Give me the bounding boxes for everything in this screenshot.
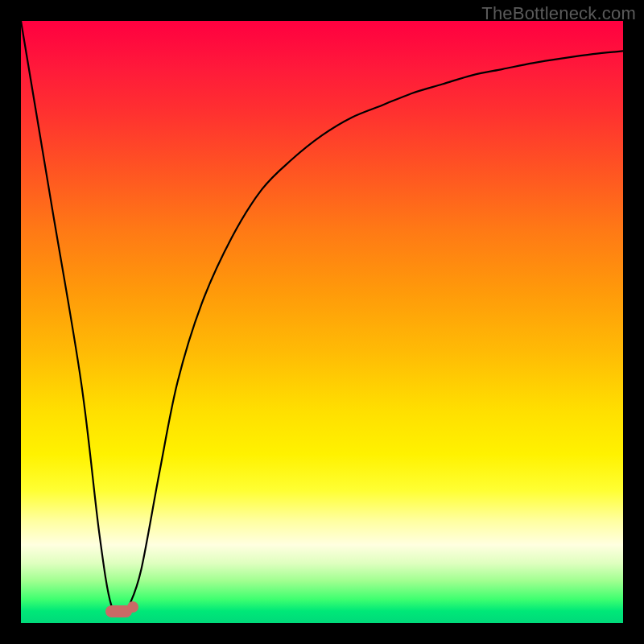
plot-area — [21, 21, 623, 623]
bottleneck-curve — [21, 21, 623, 623]
watermark-text: TheBottleneck.com — [481, 3, 636, 24]
chart-frame: TheBottleneck.com — [0, 0, 644, 644]
